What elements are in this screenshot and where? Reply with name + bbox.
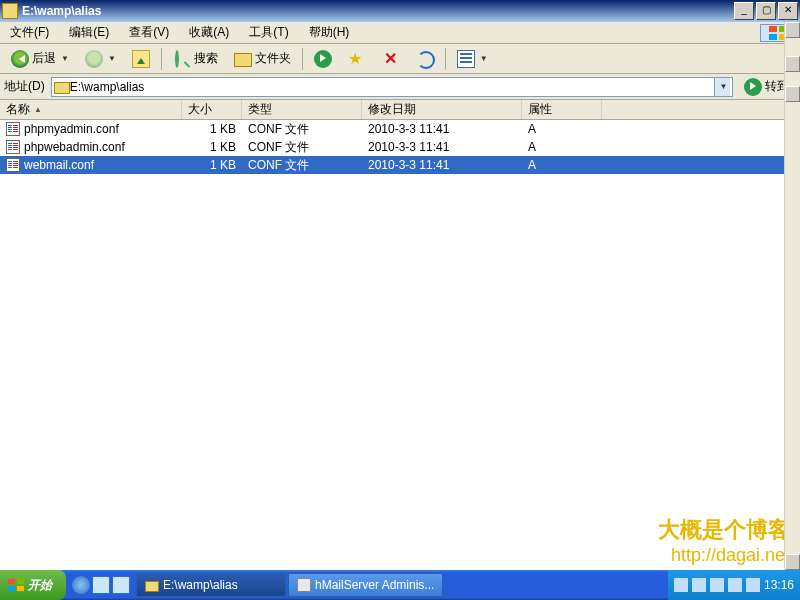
file-date: 2010-3-3 11:41 <box>362 140 522 154</box>
taskbar-item-explorer[interactable]: E:\wamp\alias <box>136 573 286 597</box>
file-size: 1 KB <box>182 158 242 172</box>
show-desktop-icon[interactable] <box>92 576 110 594</box>
separator <box>302 48 303 70</box>
app-icon <box>297 578 311 592</box>
file-row[interactable]: webmail.conf1 KBCONF 文件2010-3-3 11:41A <box>0 156 800 174</box>
address-label: 地址(D) <box>4 78 45 95</box>
col-attr[interactable]: 属性 <box>522 100 602 119</box>
file-date: 2010-3-3 11:41 <box>362 158 522 172</box>
watermark-title: 大概是个博客 <box>658 515 790 545</box>
up-button[interactable] <box>125 47 157 71</box>
forward-button[interactable]: ▼ <box>78 47 123 71</box>
views-button[interactable]: ▼ <box>450 47 495 71</box>
svg-rect-4 <box>8 579 15 584</box>
separator <box>445 48 446 70</box>
tray-icon[interactable] <box>710 578 724 592</box>
clock[interactable]: 13:16 <box>764 578 794 592</box>
window-titlebar: E:\wamp\alias _ ▢ ✕ <box>0 0 800 22</box>
back-icon <box>11 50 29 68</box>
menu-tools[interactable]: 工具(T) <box>243 22 294 43</box>
svg-rect-2 <box>769 34 777 40</box>
close-button[interactable]: ✕ <box>778 2 798 20</box>
maximize-button[interactable]: ▢ <box>756 2 776 20</box>
window-scrollbar[interactable] <box>784 22 800 570</box>
minimize-button[interactable]: _ <box>734 2 754 20</box>
file-attr: A <box>522 140 602 154</box>
col-size[interactable]: 大小 <box>182 100 242 119</box>
forward-icon <box>85 50 103 68</box>
file-attr: A <box>522 158 602 172</box>
menu-file[interactable]: 文件(F) <box>4 22 55 43</box>
delete-button[interactable]: ✕ <box>375 47 407 71</box>
back-label: 后退 <box>32 50 56 67</box>
folders-icon <box>234 53 252 67</box>
col-date[interactable]: 修改日期 <box>362 100 522 119</box>
menu-edit[interactable]: 编辑(E) <box>63 22 115 43</box>
address-dropdown-button[interactable]: ▼ <box>714 78 730 96</box>
chevron-down-icon: ▼ <box>61 54 69 63</box>
tray-icon[interactable] <box>728 578 742 592</box>
conf-file-icon <box>6 140 20 154</box>
file-list: 名称 大小 类型 修改日期 属性 phpmyadmin.conf1 KBCONF… <box>0 100 800 570</box>
conf-file-icon <box>6 122 20 136</box>
views-icon <box>457 50 475 68</box>
quick-launch <box>66 576 136 594</box>
start-button[interactable]: 开始 <box>0 570 66 600</box>
window-title: E:\wamp\alias <box>22 4 732 18</box>
ie-icon[interactable] <box>72 576 90 594</box>
go-icon <box>744 78 762 96</box>
svg-rect-5 <box>17 579 24 584</box>
folder-icon <box>145 581 159 592</box>
delete-icon: ✕ <box>382 50 400 68</box>
menu-help[interactable]: 帮助(H) <box>303 22 356 43</box>
scroll-down-button[interactable] <box>785 554 800 570</box>
scroll-up-button[interactable] <box>785 22 800 38</box>
file-name: phpwebadmin.conf <box>24 140 125 154</box>
file-name: webmail.conf <box>24 158 94 172</box>
task-label: hMailServer Adminis... <box>315 578 434 592</box>
menu-view[interactable]: 查看(V) <box>123 22 175 43</box>
scroll-up-button[interactable] <box>785 56 800 72</box>
file-size: 1 KB <box>182 140 242 154</box>
file-type: CONF 文件 <box>242 121 362 138</box>
folders-button[interactable]: 文件夹 <box>227 47 298 71</box>
toolbar: 后退 ▼ ▼ 搜索 文件夹 ★ ✕ ▼ <box>0 44 800 74</box>
file-row[interactable]: phpwebadmin.conf1 KBCONF 文件2010-3-3 11:4… <box>0 138 800 156</box>
folder-icon <box>2 3 18 19</box>
svg-rect-7 <box>17 586 24 591</box>
menu-fav[interactable]: 收藏(A) <box>183 22 235 43</box>
undo-button[interactable] <box>409 47 441 71</box>
quick-launch-icon[interactable] <box>112 576 130 594</box>
tray-icon[interactable] <box>692 578 706 592</box>
scroll-up-button[interactable] <box>785 86 800 102</box>
folder-icon <box>54 82 70 94</box>
up-folder-icon <box>132 50 150 68</box>
taskbar-item-hmailserver[interactable]: hMailServer Adminis... <box>288 573 443 597</box>
address-input[interactable] <box>70 80 714 94</box>
separator <box>161 48 162 70</box>
file-type: CONF 文件 <box>242 157 362 174</box>
task-label: E:\wamp\alias <box>163 578 238 592</box>
file-row[interactable]: phpmyadmin.conf1 KBCONF 文件2010-3-3 11:41… <box>0 120 800 138</box>
col-type[interactable]: 类型 <box>242 100 362 119</box>
folders-label: 文件夹 <box>255 50 291 67</box>
goto-button[interactable] <box>307 47 339 71</box>
watermark-url: http://dagai.net <box>658 545 790 566</box>
address-bar: 地址(D) ▼ 转到 <box>0 74 800 100</box>
file-attr: A <box>522 122 602 136</box>
col-name[interactable]: 名称 <box>0 100 182 119</box>
tray-icon[interactable] <box>674 578 688 592</box>
svg-rect-6 <box>8 586 15 591</box>
file-date: 2010-3-3 11:41 <box>362 122 522 136</box>
conf-file-icon <box>6 158 20 172</box>
search-button[interactable]: 搜索 <box>166 47 225 71</box>
undo-icon <box>416 50 434 68</box>
back-button[interactable]: 后退 ▼ <box>4 47 76 71</box>
favorite-button[interactable]: ★ <box>341 47 373 71</box>
system-tray: 13:16 <box>668 570 800 600</box>
address-combo[interactable]: ▼ <box>51 77 733 97</box>
tray-icon[interactable] <box>746 578 760 592</box>
chevron-down-icon: ▼ <box>480 54 488 63</box>
search-icon <box>173 50 191 68</box>
start-label: 开始 <box>28 577 52 594</box>
